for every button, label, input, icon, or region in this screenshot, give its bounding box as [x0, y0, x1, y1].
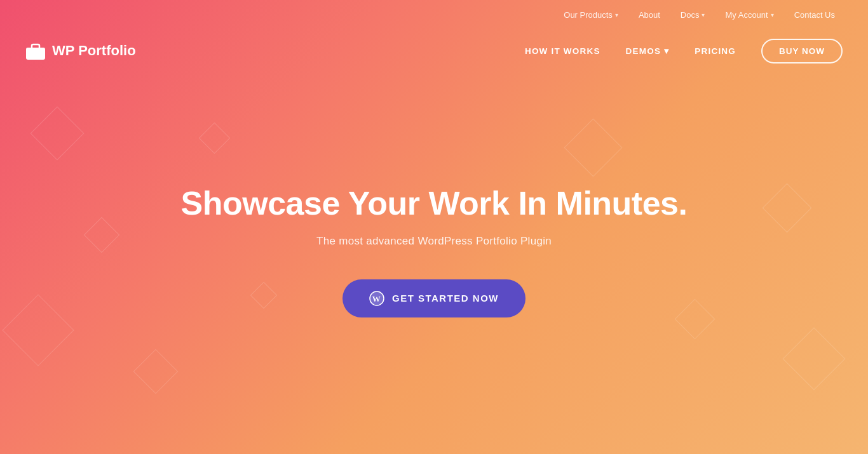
- buy-now-button[interactable]: BUY NOW: [761, 39, 843, 63]
- hero-content: Showcase Your Work In Minutes. The most …: [0, 72, 868, 454]
- top-nav-my-account[interactable]: My Account ▾: [717, 10, 781, 20]
- top-nav-contact-us[interactable]: Contact Us: [787, 10, 843, 20]
- main-nav-links: HOW IT WORKS DEMOS ▾ PRICING BUY NOW: [525, 39, 843, 63]
- main-nav: WP Portfolio HOW IT WORKS DEMOS ▾ PRICIN…: [0, 29, 868, 72]
- site-logo[interactable]: WP Portfolio: [25, 42, 136, 60]
- hero-section: Our Products ▾ About Docs ▾ My Account ▾…: [0, 0, 868, 454]
- wordpress-icon: W: [369, 291, 384, 306]
- svg-rect-3: [34, 51, 37, 54]
- top-nav-our-products[interactable]: Our Products ▾: [556, 10, 626, 20]
- get-started-label: GET STARTED NOW: [392, 293, 499, 304]
- chevron-down-icon: ▾: [664, 46, 669, 56]
- get-started-button[interactable]: W GET STARTED NOW: [342, 279, 526, 317]
- nav-demos[interactable]: DEMOS ▾: [626, 46, 670, 56]
- nav-pricing[interactable]: PRICING: [695, 46, 736, 56]
- svg-rect-2: [26, 48, 45, 52]
- chevron-down-icon: ▾: [702, 11, 705, 18]
- nav-how-it-works[interactable]: HOW IT WORKS: [525, 46, 600, 56]
- hero-subtitle: The most advanced WordPress Portfolio Pl…: [316, 235, 552, 248]
- svg-text:W: W: [372, 294, 382, 304]
- logo-text: WP Portfolio: [52, 43, 136, 59]
- logo-icon: [25, 42, 46, 60]
- top-nav-docs[interactable]: Docs ▾: [673, 10, 713, 20]
- top-nav-about[interactable]: About: [631, 10, 668, 20]
- chevron-down-icon: ▾: [771, 11, 774, 18]
- top-nav: Our Products ▾ About Docs ▾ My Account ▾…: [0, 0, 868, 29]
- hero-title: Showcase Your Work In Minutes.: [181, 184, 688, 222]
- chevron-down-icon: ▾: [615, 11, 618, 18]
